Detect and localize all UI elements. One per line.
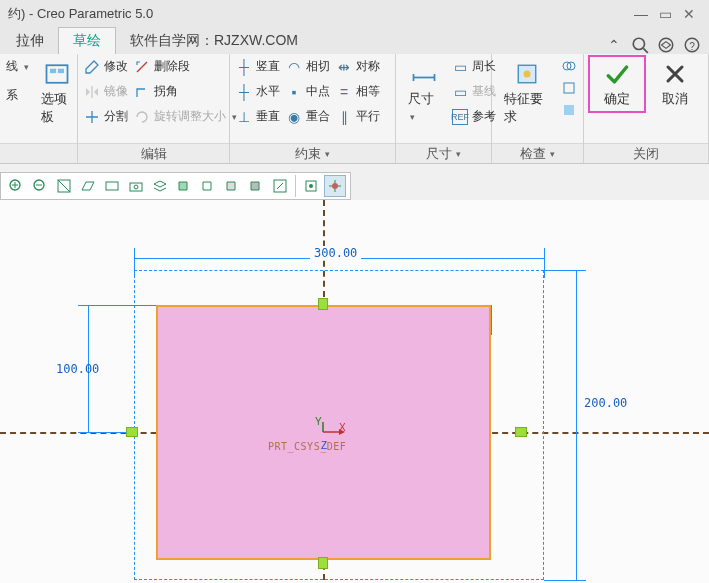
panel-close-caption: 关闭 [584,143,708,163]
svg-point-19 [134,185,138,189]
line-tool[interactable]: 线 [6,58,29,75]
vertical-constraint[interactable]: ┼竖直 [236,58,280,75]
zoom-fit-icon[interactable] [53,175,75,197]
shade4-icon[interactable] [245,175,267,197]
baseline-button[interactable]: ▭基线 [452,83,496,100]
svg-rect-13 [564,105,574,115]
feature-req-button[interactable]: 特征要求 [498,58,555,128]
delete-icon [134,59,150,75]
perimeter-icon: ▭ [452,59,468,75]
view-toolbar [0,172,351,200]
overlap-icon[interactable] [561,58,577,74]
mirror-icon [84,84,100,100]
svg-point-0 [633,38,644,49]
dim-height-left[interactable]: 100.00 [56,362,99,376]
dimension-button[interactable]: 尺寸 [402,58,446,125]
sketch-canvas[interactable]: 300.00 150.00 100.00 200.00 X Y Z PRT_CS… [0,200,709,583]
parallel-icon: ∥ [336,109,352,125]
shade-icon[interactable] [561,102,577,118]
panel-edit-caption: 编辑 [78,143,229,163]
constraint-tick [318,557,328,569]
panel-inspect: 特征要求 检查 [492,54,584,163]
layers-icon[interactable] [149,175,171,197]
panel-dimension: 尺寸 ▭周长 ▭基线 REF参考 尺寸 [396,54,492,163]
tangent-constraint[interactable]: ◠相切 [286,58,330,75]
horizontal-constraint[interactable]: ┼水平 [236,83,280,100]
palette-button[interactable]: 选项板 [35,58,79,128]
restore-button[interactable]: ▭ [653,6,677,22]
modify-icon [84,59,100,75]
saved-view-icon[interactable] [101,175,123,197]
tab-site[interactable]: 软件自学网：RJZXW.COM [116,28,312,54]
dim-width[interactable]: 300.00 [310,246,361,260]
perpendicular-constraint[interactable]: ⊥垂直 [236,108,280,125]
ok-button[interactable]: 确定 [591,58,643,110]
baseline-icon: ▭ [452,84,468,100]
equal-icon: = [336,84,352,100]
camera-icon[interactable] [125,175,147,197]
search-icon[interactable] [631,36,649,54]
svg-point-22 [309,184,313,188]
csys-label: PRT_CSYS_DEF [268,441,346,452]
panel-dim-caption[interactable]: 尺寸 [396,143,491,163]
zoom-in-icon[interactable] [5,175,27,197]
close-window-button[interactable]: ✕ [677,6,701,22]
constraint-tick [126,427,138,437]
svg-rect-18 [130,183,142,191]
svg-point-9 [523,71,530,78]
svg-point-23 [332,183,338,189]
split-button[interactable]: 分割 [84,108,128,125]
collapse-ribbon-icon[interactable]: ⌃ [605,36,623,54]
zoom-out-icon[interactable] [29,175,51,197]
ribbon: 线 系 选项板 修改 镜像 分割 删除段 拐角 旋转调整大小 编辑 [0,54,709,164]
shade1-icon[interactable] [173,175,195,197]
parallel-constraint[interactable]: ∥平行 [336,108,380,125]
sketch-setup-icon[interactable] [300,175,322,197]
panel-constrain: ┼竖直 ┼水平 ⊥垂直 ◠相切 ▪中点 ◉重合 ⇹对称 =相等 ∥平行 约束 [230,54,396,163]
rotate-scale-button[interactable]: 旋转调整大小 [134,108,237,125]
equal-constraint[interactable]: =相等 [336,83,380,100]
panel-inspect-caption[interactable]: 检查 [492,143,583,163]
help-icon[interactable]: ? [683,36,701,54]
midpoint-constraint[interactable]: ▪中点 [286,83,330,100]
perp-icon: ⊥ [236,109,252,125]
rotate-icon [134,109,150,125]
learn-icon[interactable] [657,36,675,54]
ribbon-tabs: 拉伸 草绘 软件自学网：RJZXW.COM ⌃ ? [0,28,709,54]
corner-button[interactable]: 拐角 [134,83,237,100]
x-icon [659,60,691,88]
shade3-icon[interactable] [221,175,243,197]
display-style-icon[interactable] [77,175,99,197]
panel-edit: 修改 镜像 分割 删除段 拐角 旋转调整大小 编辑 [78,54,230,163]
sketch-ref-icon[interactable] [324,175,346,197]
modify-button[interactable]: 修改 [84,58,128,75]
svg-text:?: ? [689,41,695,52]
sym-icon: ⇹ [336,59,352,75]
dim-line-right [576,270,577,580]
svg-rect-5 [47,65,68,83]
cancel-button[interactable]: 取消 [649,58,701,110]
symmetric-constraint[interactable]: ⇹对称 [336,58,380,75]
svg-rect-6 [50,69,56,73]
mirror-button[interactable]: 镜像 [84,83,128,100]
sketch-view-icon[interactable] [269,175,291,197]
minimize-button[interactable]: — [629,6,653,22]
check-icon [601,60,633,88]
highlight-icon[interactable] [561,80,577,96]
coincide-icon: ◉ [286,109,302,125]
perimeter-button[interactable]: ▭周长 [452,58,496,75]
vertical-icon: ┼ [236,59,252,75]
tab-sketch[interactable]: 草绘 [58,27,116,54]
constraint-tick [318,298,328,310]
delete-segment-button[interactable]: 删除段 [134,58,237,75]
panel-constrain-caption[interactable]: 约束 [230,143,395,163]
coord-sys-tool[interactable]: 系 [6,87,29,104]
shade2-icon[interactable] [197,175,219,197]
ref-dim-button[interactable]: REF参考 [452,108,496,125]
dim-height-right[interactable]: 200.00 [584,396,627,410]
horizontal-icon: ┼ [236,84,252,100]
ref-icon: REF [452,109,468,125]
coincide-constraint[interactable]: ◉重合 [286,108,330,125]
svg-rect-12 [564,83,574,93]
tab-extrude[interactable]: 拉伸 [2,28,58,54]
